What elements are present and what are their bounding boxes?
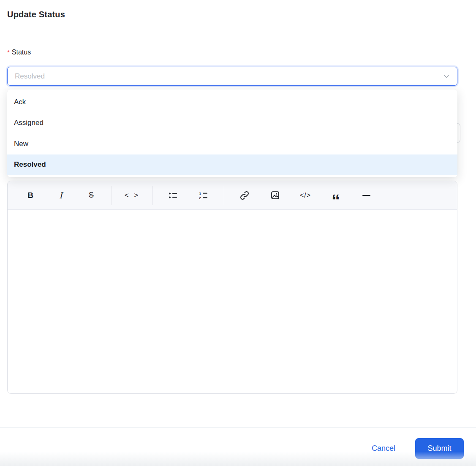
toolbar-separator xyxy=(224,186,224,205)
numbered-list-button[interactable]: 12 xyxy=(194,186,213,205)
editor-content-area[interactable] xyxy=(8,210,457,394)
editor-toolbar: B I S < > xyxy=(8,181,457,210)
dropdown-option-ack[interactable]: Ack xyxy=(7,92,457,113)
image-button[interactable] xyxy=(265,186,285,205)
link-icon xyxy=(239,190,250,200)
dropdown-option-resolved[interactable]: Resolved xyxy=(7,154,457,176)
bold-button[interactable]: B xyxy=(21,186,40,205)
italic-icon: I xyxy=(59,190,63,200)
dropdown-option-assigned[interactable]: Assigned xyxy=(7,113,457,134)
svg-text:1: 1 xyxy=(199,191,201,196)
status-dropdown-menu: Ack Assigned New Resolved xyxy=(7,89,457,177)
update-status-modal: Update Status *Status Resolved Ack Assig… xyxy=(0,0,476,466)
code-block-icon: </> xyxy=(300,192,311,199)
horizontal-rule-button[interactable] xyxy=(356,186,376,205)
dropdown-option-new[interactable]: New xyxy=(7,133,457,154)
toolbar-separator xyxy=(112,186,112,205)
status-label-text: Status xyxy=(12,49,31,56)
horizontal-rule-icon xyxy=(362,195,370,196)
modal-header: Update Status xyxy=(0,0,476,29)
link-button[interactable] xyxy=(235,186,254,205)
bulleted-list-icon xyxy=(169,191,178,200)
status-select-value: Resolved xyxy=(15,72,45,81)
modal-body: *Status Resolved Ack Assigned New Resolv… xyxy=(0,29,476,394)
inline-code-button[interactable]: < > xyxy=(122,186,142,205)
status-field-label: *Status xyxy=(7,48,457,56)
numbered-list-icon: 12 xyxy=(199,191,208,200)
cancel-button[interactable]: Cancel xyxy=(371,442,396,455)
modal-footer: Cancel Submit xyxy=(0,428,476,466)
page-title: Update Status xyxy=(7,10,65,19)
strikethrough-button[interactable]: S xyxy=(82,186,101,205)
image-icon xyxy=(270,190,280,200)
quote-icon: “ xyxy=(332,192,340,209)
bulleted-list-button[interactable] xyxy=(163,186,183,205)
rich-text-editor: B I S < > xyxy=(7,181,457,394)
quote-button[interactable]: “ xyxy=(326,186,345,205)
chevron-down-icon xyxy=(443,73,450,80)
toolbar-separator xyxy=(152,186,153,205)
status-select[interactable]: Resolved xyxy=(7,67,457,86)
code-block-button[interactable]: </> xyxy=(296,186,315,205)
bold-icon: B xyxy=(27,191,33,200)
strikethrough-icon: S xyxy=(89,191,94,200)
inline-code-icon: < > xyxy=(125,191,140,200)
svg-text:2: 2 xyxy=(199,195,201,200)
required-asterisk: * xyxy=(7,49,10,56)
submit-button[interactable]: Submit xyxy=(415,438,464,459)
italic-button[interactable]: I xyxy=(51,186,71,205)
